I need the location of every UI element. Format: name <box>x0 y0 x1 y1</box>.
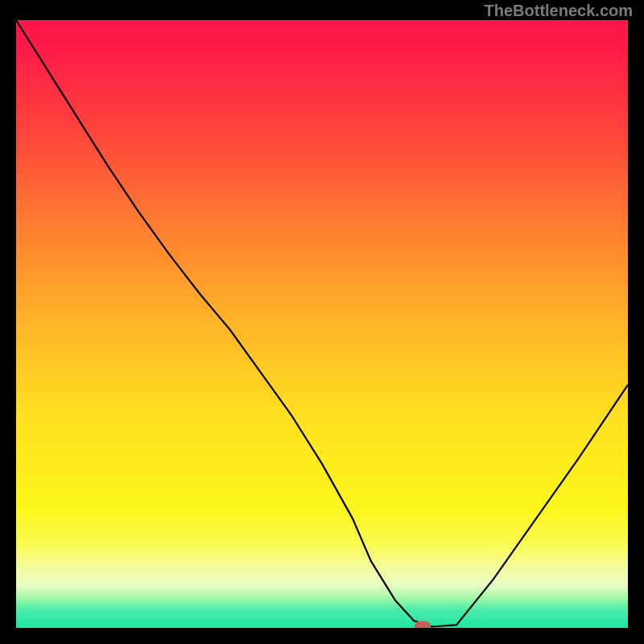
watermark-text: TheBottleneck.com <box>485 2 633 20</box>
plot-area <box>16 20 628 628</box>
optimal-point-marker <box>415 621 431 628</box>
bottleneck-curve <box>16 20 628 628</box>
